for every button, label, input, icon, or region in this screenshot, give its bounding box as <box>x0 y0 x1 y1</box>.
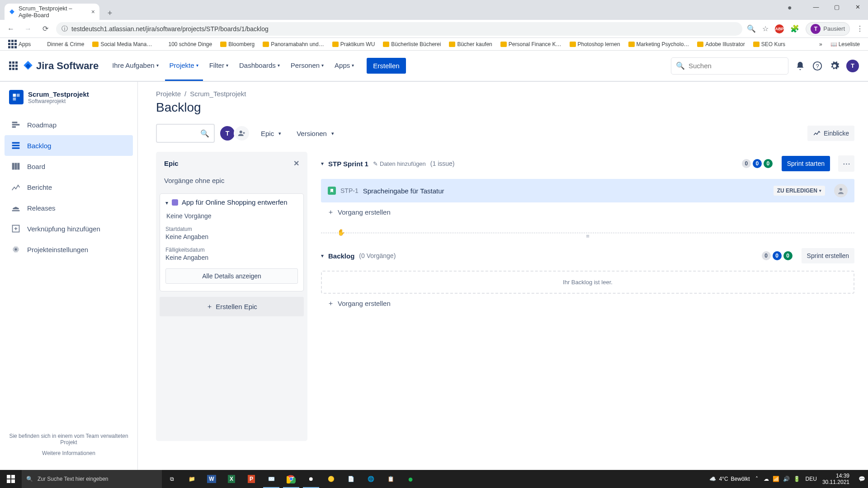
chrome-url-bar[interactable]: ⓘ testdeutsch1.atlassian.net/jira/softwa… <box>56 22 742 36</box>
settings-icon[interactable] <box>829 61 840 71</box>
taskbar-language[interactable]: DEU <box>806 476 817 482</box>
sidebar-item-backlog[interactable]: Backlog <box>5 135 133 156</box>
sidebar-project-header[interactable]: Scrum_Testprojekt Softwareprojekt <box>0 90 137 112</box>
sprint-name[interactable]: STP Sprint 1 <box>328 160 368 168</box>
chrome-tab[interactable]: Scrum_Testprojekt – Agile-Board × <box>5 4 99 20</box>
bookmark-item[interactable]: Marketing Psycholo… <box>625 40 693 49</box>
help-icon[interactable]: ? <box>812 61 823 71</box>
issue-assignee-avatar[interactable] <box>834 184 848 197</box>
backlog-search-box[interactable]: 🔍 <box>156 124 215 143</box>
drag-handle-icon[interactable]: ≡ <box>586 233 590 239</box>
epic-no-epic-row[interactable]: Vorgänge ohne epic <box>156 171 307 190</box>
start-sprint-button[interactable]: Sprint starten <box>782 156 830 171</box>
create-epic-button[interactable]: ＋ Erstellen Epic <box>160 297 304 316</box>
bookmark-apps[interactable]: Apps <box>5 38 34 50</box>
taskbar-chrome[interactable] <box>281 470 301 488</box>
add-dates-button[interactable]: ✎ Daten hinzufügen <box>373 160 426 167</box>
bookmark-item[interactable]: Social Media Mana… <box>89 40 156 49</box>
sidebar-item-add-link[interactable]: Verknüpfung hinzufügen <box>5 218 133 239</box>
issue-card[interactable]: STP-1 Spracheingabe für Tastatur ZU ERLE… <box>321 179 854 202</box>
tray-chevron-icon[interactable]: ˄ <box>755 476 758 482</box>
nav-projects[interactable]: Projekte▾ <box>165 51 203 81</box>
bookmark-item[interactable]: Bücher kaufen <box>445 40 495 49</box>
breadcrumb-project-name[interactable]: Scrum_Testprojekt <box>190 90 246 98</box>
taskbar-word[interactable]: W <box>202 470 222 488</box>
insights-button[interactable]: Einblicke <box>807 126 854 141</box>
taskbar-file-explorer[interactable]: 📁 <box>182 470 202 488</box>
sidebar-item-roadmap[interactable]: Roadmap <box>5 114 133 135</box>
windows-search-box[interactable]: 🔍 Zur Suche Text hier eingeben <box>22 470 162 488</box>
nav-filters[interactable]: Filter▾ <box>205 51 233 81</box>
tray-wifi-icon[interactable]: 📶 <box>773 476 779 482</box>
bookmark-star-icon[interactable]: ☆ <box>762 24 769 33</box>
chrome-profile-badge[interactable]: T Pausiert <box>806 22 850 36</box>
jira-search-input[interactable] <box>689 62 783 70</box>
chevron-down-icon[interactable]: ▾ <box>165 200 168 206</box>
taskbar-spotify[interactable]: ● <box>401 470 420 488</box>
section-divider[interactable]: ✋ ≡ <box>321 233 854 239</box>
sprint-create-issue[interactable]: ＋ Vorgang erstellen <box>321 202 854 222</box>
jira-logo[interactable]: Jira Software <box>22 60 99 72</box>
sidebar-footer-link[interactable]: Weitere Informationen <box>9 450 128 456</box>
zoom-icon[interactable]: 🔍 <box>747 24 756 33</box>
status-pill-done[interactable]: 0 <box>764 159 773 168</box>
issue-status-dropdown[interactable]: ZU ERLEDIGEN▾ <box>774 186 825 196</box>
nav-people[interactable]: Personen▾ <box>286 51 328 81</box>
bookmark-item[interactable]: Photoshop lernen <box>566 40 624 49</box>
status-pill-todo[interactable]: 0 <box>742 159 751 168</box>
nav-forward-icon[interactable]: → <box>22 23 34 35</box>
add-assignee-button[interactable] <box>234 125 250 141</box>
bookmark-overflow[interactable]: » <box>816 40 826 49</box>
sprint-more-button[interactable]: ⋯ <box>838 155 854 172</box>
backlog-name[interactable]: Backlog <box>328 252 354 260</box>
close-icon[interactable]: ✕ <box>293 159 299 168</box>
filter-versions-dropdown[interactable]: Versionen▾ <box>292 127 339 140</box>
jira-search-field[interactable]: 🔍 <box>671 57 788 75</box>
nav-your-work[interactable]: Ihre Aufgaben▾ <box>108 51 163 81</box>
chrome-menu-dot[interactable]: ● <box>788 4 795 11</box>
create-sprint-button[interactable]: Sprint erstellen <box>802 248 854 263</box>
abp-badge[interactable]: ABP <box>775 24 784 33</box>
bookmark-item[interactable]: Adobe Illustrator <box>693 40 748 49</box>
bookmark-item[interactable]: Bloomberg <box>217 40 258 49</box>
bookmark-item[interactable]: 100 schöne Dinge <box>156 40 216 49</box>
taskbar-mail[interactable]: ✉️ <box>261 470 281 488</box>
tray-onedrive-icon[interactable]: ☁ <box>764 476 769 482</box>
nav-reload-icon[interactable]: ⟳ <box>39 23 52 35</box>
jira-user-avatar[interactable]: T <box>846 60 859 72</box>
status-pill-todo[interactable]: 0 <box>762 251 771 260</box>
chevron-down-icon[interactable]: ▾ <box>321 253 324 259</box>
taskbar-app[interactable]: 📄 <box>341 470 361 488</box>
filter-epic-dropdown[interactable]: Epic▾ <box>256 127 286 140</box>
site-info-icon[interactable]: ⓘ <box>61 25 68 33</box>
taskbar-excel[interactable]: X <box>222 470 241 488</box>
reading-list-button[interactable]: 📖Leseliste <box>827 40 863 49</box>
taskbar-edge[interactable]: 🌐 <box>361 470 381 488</box>
nav-apps[interactable]: Apps▾ <box>330 51 359 81</box>
taskbar-obs[interactable]: ⏺ <box>301 470 321 488</box>
start-button[interactable] <box>0 470 22 488</box>
status-pill-inprogress[interactable]: 0 <box>773 251 782 260</box>
bookmark-item[interactable]: Personal Finance K… <box>497 40 565 49</box>
window-maximize[interactable]: ▢ <box>826 0 847 14</box>
bookmark-item[interactable]: Panoramabahn und… <box>259 40 327 49</box>
chevron-down-icon[interactable]: ▾ <box>321 160 324 167</box>
taskbar-powerpoint[interactable]: P <box>241 470 261 488</box>
extensions-icon[interactable]: 🧩 <box>790 24 799 33</box>
nav-dashboards[interactable]: Dashboards▾ <box>235 51 284 81</box>
taskbar-app[interactable]: 🟡 <box>321 470 341 488</box>
issue-key[interactable]: STP-1 <box>340 187 359 194</box>
sidebar-item-board[interactable]: Board <box>5 156 133 177</box>
nav-back-icon[interactable]: ← <box>5 23 17 35</box>
window-minimize[interactable]: — <box>806 0 826 14</box>
status-pill-done[interactable]: 0 <box>783 251 793 260</box>
tray-battery-icon[interactable]: 🔋 <box>793 476 800 482</box>
bookmark-item[interactable]: Bücherliste Bücherei <box>379 40 444 49</box>
close-tab-icon[interactable]: × <box>91 8 95 15</box>
sidebar-item-releases[interactable]: Releases <box>5 197 133 218</box>
tray-volume-icon[interactable]: 🔊 <box>783 476 790 482</box>
sidebar-item-reports[interactable]: Berichte <box>5 177 133 197</box>
sidebar-item-project-settings[interactable]: Projekteinstellungen <box>5 239 133 260</box>
assignee-avatar[interactable]: T <box>219 125 236 141</box>
chrome-menu-icon[interactable]: ⋮ <box>856 24 863 33</box>
